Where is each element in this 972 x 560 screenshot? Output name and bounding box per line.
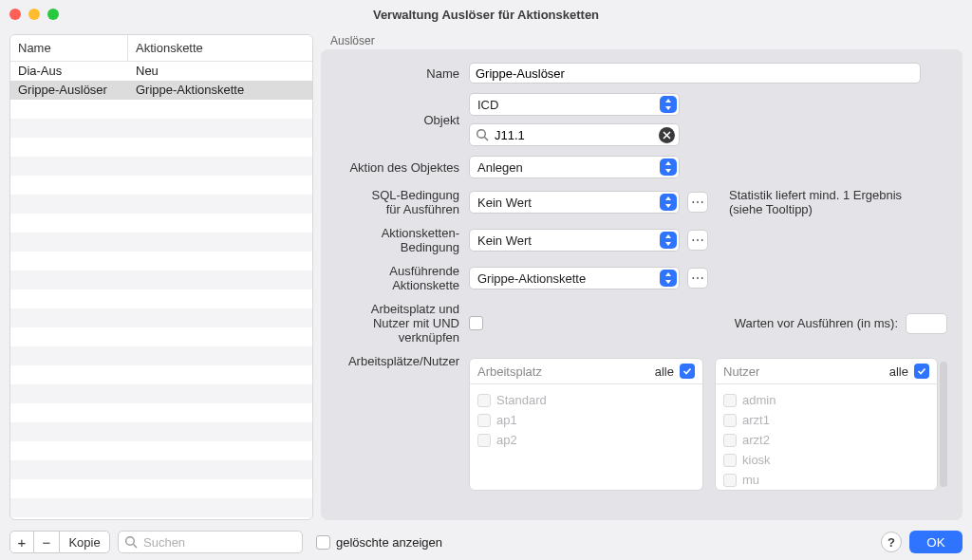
object-value: ICD <box>477 98 498 112</box>
sql-detail-button[interactable]: ⋯ <box>687 192 708 213</box>
user-all-checkbox[interactable]: alle <box>889 364 929 379</box>
trigger-row <box>10 422 312 441</box>
list-item: admin <box>723 390 929 410</box>
sql-condition-combo[interactable]: Kein Wert <box>469 191 680 214</box>
help-button[interactable]: ? <box>881 532 902 552</box>
object-search[interactable] <box>469 123 680 146</box>
show-deleted-checkbox[interactable] <box>316 535 330 550</box>
trigger-row <box>10 346 312 365</box>
chain-condition-value: Kein Wert <box>477 233 532 248</box>
label-link-and: Arbeitsplatz und Nutzer mit UND verknüpf… <box>336 302 459 345</box>
list-item: kiosk <box>723 450 929 470</box>
trigger-row <box>10 479 312 498</box>
row-name: Grippe-Auslöser <box>10 81 128 100</box>
label-object: Objekt <box>336 113 459 127</box>
trigger-row <box>10 119 312 138</box>
row-name: Dia-Aus <box>10 62 128 81</box>
link-and-checkbox[interactable] <box>469 316 483 330</box>
object-action-combo[interactable]: Anlegen <box>469 156 680 178</box>
row-action: Neu <box>128 62 312 81</box>
chain-condition-combo[interactable]: Kein Wert <box>469 229 680 252</box>
checkbox-disabled <box>723 454 737 467</box>
workplace-all-checkbox[interactable]: alle <box>655 364 695 379</box>
sql-help-text: Statistik liefert mind. 1 Ergebnis (sieh… <box>729 188 902 216</box>
check-icon <box>680 364 695 379</box>
label-name: Name <box>336 66 459 81</box>
label-chain-cond: Aktionsketten- Bedingung <box>336 226 459 254</box>
trigger-row <box>10 289 312 308</box>
user-list-scrollbar[interactable] <box>940 362 947 487</box>
trigger-row[interactable]: Grippe-AuslöserGrippe-Aktionskette <box>10 81 312 100</box>
trigger-row <box>10 157 312 176</box>
window-title: Verwaltung Auslöser für Aktionsketten <box>0 8 972 22</box>
chevron-updown-icon <box>660 232 677 249</box>
checkbox-disabled <box>723 434 737 447</box>
label-sql: SQL-Bedingung für Ausführen <box>336 188 459 216</box>
wait-label: Warten vor Ausführen (in ms): <box>735 316 898 330</box>
svg-point-0 <box>477 130 486 139</box>
search-icon <box>476 128 490 145</box>
add-button[interactable]: + <box>9 531 34 553</box>
checkbox-disabled <box>723 414 737 427</box>
wait-ms-input[interactable] <box>906 313 947 334</box>
search-icon <box>124 535 139 552</box>
trigger-row <box>10 365 312 384</box>
row-action: Grippe-Aktionskette <box>128 81 312 100</box>
copy-button[interactable]: Kopie <box>59 531 110 553</box>
list-item: ap2 <box>477 430 695 450</box>
checkbox-disabled <box>477 414 491 427</box>
object-combo[interactable]: ICD <box>469 93 680 116</box>
svg-point-2 <box>126 537 135 546</box>
chevron-updown-icon <box>660 159 677 176</box>
remove-button[interactable]: − <box>34 531 59 553</box>
col-header-action[interactable]: Aktionskette <box>128 35 312 61</box>
trigger-row[interactable]: Dia-AusNeu <box>10 62 312 81</box>
trigger-row <box>10 252 312 271</box>
trigger-row <box>10 441 312 460</box>
footer-search[interactable] <box>118 531 303 553</box>
object-search-input[interactable] <box>495 128 654 142</box>
trigger-form-panel: Name Objekt ICD <box>321 49 963 520</box>
label-workplaces-users: Arbeitsplätze/Nutzer <box>336 354 459 368</box>
list-item-label: arzt2 <box>742 433 770 447</box>
trigger-row <box>10 384 312 403</box>
checkbox-disabled <box>723 394 737 407</box>
user-list: Nutzer alle adminarzt1arzt2kioskmuzollso… <box>715 358 938 491</box>
list-item: mu <box>723 470 929 490</box>
show-deleted-label: gelöschte anzeigen <box>336 535 442 550</box>
trigger-list-header: Name Aktionskette <box>10 35 312 62</box>
exec-chain-detail-button[interactable]: ⋯ <box>687 268 708 289</box>
name-input[interactable] <box>469 63 921 84</box>
svg-line-1 <box>484 137 488 140</box>
footer-search-input[interactable] <box>143 535 294 550</box>
col-header-name[interactable]: Name <box>10 35 128 61</box>
trigger-row <box>10 498 312 517</box>
trigger-row <box>10 195 312 214</box>
trigger-row <box>10 100 312 119</box>
exec-chain-combo[interactable]: Grippe-Aktionskette <box>469 267 680 289</box>
list-item-label: ap2 <box>496 433 517 447</box>
chevron-updown-icon <box>660 270 677 287</box>
checkbox-disabled <box>477 434 491 447</box>
chevron-updown-icon <box>660 194 677 211</box>
checkbox-disabled <box>477 394 491 407</box>
list-item-label: kiosk <box>742 453 771 467</box>
list-item-label: ap1 <box>496 413 517 427</box>
chain-cond-detail-button[interactable]: ⋯ <box>687 230 708 251</box>
exec-chain-value: Grippe-Aktionskette <box>477 271 586 286</box>
sql-condition-value: Kein Wert <box>477 196 532 210</box>
list-item: arzt2 <box>723 430 929 450</box>
trigger-row <box>10 403 312 422</box>
ok-button[interactable]: OK <box>909 531 963 553</box>
list-item: Standard <box>477 390 695 410</box>
trigger-list-panel: Name Aktionskette Dia-AusNeuGrippe-Auslö… <box>9 34 313 520</box>
check-icon <box>914 364 929 379</box>
trigger-row <box>10 214 312 233</box>
clear-search-button[interactable] <box>659 127 675 143</box>
label-object-action: Aktion des Objektes <box>336 160 459 175</box>
svg-line-3 <box>133 544 137 548</box>
workplace-header: Arbeitsplatz <box>477 364 542 379</box>
trigger-row <box>10 176 312 195</box>
list-item: ap1 <box>477 410 695 430</box>
workplace-list: Arbeitsplatz alle Standardap1ap2 <box>469 358 703 491</box>
